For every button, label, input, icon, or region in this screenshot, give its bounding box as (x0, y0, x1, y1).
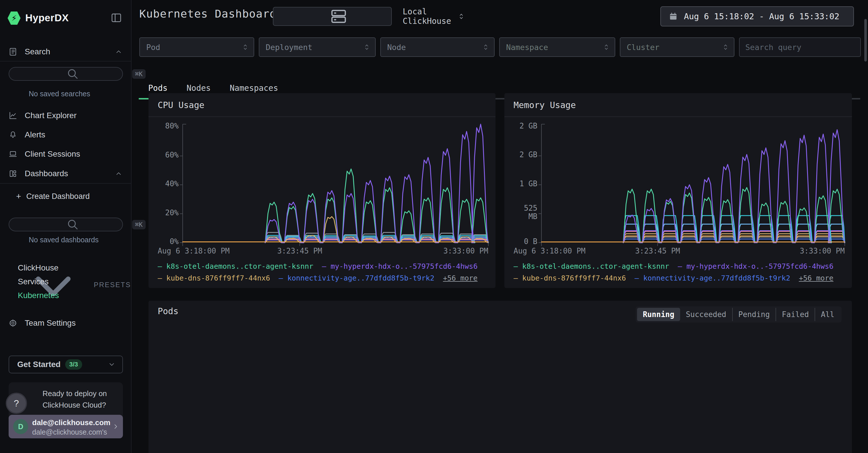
search-icon (16, 218, 129, 231)
shortcut-badge: ⌘K (132, 220, 146, 229)
x-axis-tick-label: Aug 6 3:18:00 PM (158, 247, 229, 255)
sidebar: ⚡ HyperDX Search ⌘K No saved searches (0, 0, 131, 453)
help-button[interactable]: ? (6, 393, 27, 414)
sidebar-item-client-sessions[interactable]: Client Sessions (0, 145, 131, 163)
status-filter-failed[interactable]: Failed (776, 308, 814, 321)
select-chevrons-icon (602, 43, 610, 52)
x-axis-tick-label: 3:33:00 PM (800, 247, 845, 255)
no-saved-searches-note: No saved searches (29, 90, 90, 98)
x-axis-tick-label: 3:23:45 PM (277, 247, 322, 255)
chevron-up-icon[interactable] (115, 170, 122, 177)
sidebar-preset-kubernetes[interactable]: Kubernetes (18, 291, 59, 300)
filter-select-pod[interactable]: Pod (139, 37, 254, 57)
brand-row: ⚡ HyperDX (0, 0, 131, 36)
legend-item[interactable]: — konnectivity-age..77dfdd8f5b-t9rk2 (634, 274, 790, 282)
status-filter-pending[interactable]: Pending (732, 308, 776, 321)
y-axis-tick-label: 40% (149, 180, 179, 188)
chevron-up-icon[interactable] (115, 48, 122, 55)
time-range-value: Aug 6 15:18:02 - Aug 6 15:33:02 (684, 11, 839, 21)
cpu-usage-title: CPU Usage (158, 93, 205, 117)
scrollbar-thumb[interactable] (864, 19, 867, 61)
y-axis-tick-label: 60% (149, 151, 179, 159)
filter-placeholder: Cluster (627, 43, 659, 52)
chart-plot (179, 123, 490, 247)
y-axis-tick-label: 1 GB (504, 180, 537, 188)
filter-placeholder: Namespace (506, 43, 548, 52)
select-chevrons-icon (363, 43, 371, 52)
search-query-box (739, 37, 861, 57)
legend-item[interactable]: — k8s-otel-daemons..ctor-agent-ksnnr (158, 262, 313, 271)
source-select[interactable]: Local ClickHouse (273, 7, 392, 26)
y-axis-tick-label: 525 MB (504, 204, 537, 221)
no-saved-dashboards-note: No saved dashboards (29, 236, 98, 244)
chart-icon (9, 111, 17, 120)
legend-item[interactable]: — my-hyperdx-hdx-o..-57975fcd6-4hws6 (678, 262, 834, 271)
y-axis-tick-label: 2 GB (504, 122, 537, 130)
sidebar-item-label: Search (25, 47, 50, 56)
saved-dashboards-input[interactable]: ⌘K (9, 218, 123, 231)
sidebar-item-label: Client Sessions (25, 149, 80, 159)
get-started-button[interactable]: Get Started 3/3 (9, 356, 123, 373)
plus-icon: + (16, 192, 21, 201)
status-filter-succeeded[interactable]: Succeeded (680, 308, 732, 321)
memory-usage-card: Memory Usage 2 GB2 GB1 GB525 MB0 BAug 6 … (504, 93, 852, 288)
select-chevrons-icon (451, 12, 459, 21)
sidebar-preset-clickhouse[interactable]: ClickHouse (18, 263, 59, 273)
legend-item[interactable]: — my-hyperdx-hdx-o..-57975fcd6-4hws6 (322, 262, 478, 271)
laptop-icon (9, 150, 17, 159)
y-axis-tick-label: 2 GB (504, 151, 537, 159)
gear-icon (9, 319, 17, 328)
card-header: Memory Usage (504, 93, 852, 117)
y-axis-tick-label: 0% (149, 237, 179, 246)
status-filter-group: Running Succeeded Pending Failed All (636, 306, 842, 322)
legend-item[interactable]: — konnectivity-age..77dfdd8f5b-t9rk2 (279, 274, 434, 282)
user-menu[interactable]: D dale@clickhouse.com dale@clickhouse.co… (9, 415, 123, 438)
legend-more-link[interactable]: +56 more (443, 274, 477, 282)
filter-select-node[interactable]: Node (380, 37, 495, 57)
status-filter-all[interactable]: All (814, 308, 840, 321)
sidebar-item-label: Team Settings (25, 318, 75, 328)
filter-select-deployment[interactable]: Deployment (259, 37, 376, 57)
filter-select-cluster[interactable]: Cluster (620, 37, 735, 57)
x-axis-tick-label: 3:33:00 PM (443, 247, 488, 255)
search-icon (16, 67, 129, 80)
create-dashboard-label: Create Dashboard (26, 192, 90, 201)
chart-plot (537, 123, 846, 247)
collapse-sidebar-icon[interactable] (110, 12, 122, 24)
status-filter-running[interactable]: Running (637, 308, 680, 321)
y-axis-tick-label: 0 B (504, 237, 537, 246)
sidebar-preset-services[interactable]: Services (18, 277, 49, 286)
filter-placeholder: Pod (146, 43, 160, 52)
legend-item[interactable]: — kube-dns-876ff9ff7-44nx6 (514, 274, 626, 282)
legend-more-link[interactable]: +56 more (799, 274, 833, 282)
sidebar-item-dashboards[interactable]: Dashboards (0, 164, 131, 184)
legend-item[interactable]: — k8s-otel-daemons..ctor-agent-ksnnr (514, 262, 669, 271)
get-started-label: Get Started (17, 360, 61, 369)
filter-select-namespace[interactable]: Namespace (499, 37, 615, 57)
hyperdx-logo-icon: ⚡ (7, 11, 21, 25)
filter-placeholder: Deployment (266, 43, 312, 52)
pods-title: Pods (158, 301, 178, 322)
time-range-picker[interactable]: Aug 6 15:18:02 - Aug 6 15:33:02 (660, 6, 854, 26)
filter-placeholder: Node (387, 43, 406, 52)
page-title: Kubernetes Dashboard (139, 7, 277, 20)
card-header: CPU Usage (149, 93, 495, 117)
x-axis-tick-label: Aug 6 3:18:00 PM (514, 247, 585, 255)
app-root: ⚡ HyperDX Search ⌘K No saved searches (0, 0, 868, 453)
select-chevrons-icon (482, 43, 490, 52)
select-chevrons-icon (242, 43, 249, 52)
sidebar-item-search[interactable]: Search (0, 43, 131, 61)
create-dashboard-button[interactable]: + Create Dashboard (0, 188, 131, 205)
chart-legend: — k8s-otel-daemons..ctor-agent-ksnnr— my… (514, 262, 841, 282)
sidebar-item-team-settings[interactable]: Team Settings (0, 314, 131, 332)
legend-item[interactable]: — kube-dns-876ff9ff7-44nx6 (158, 274, 270, 282)
promo-line1: Ready to deploy on (42, 389, 107, 398)
saved-searches-input[interactable]: ⌘K (9, 67, 123, 81)
user-subtext: dale@clickhouse.com's (32, 428, 107, 436)
sidebar-item-chart-explorer[interactable]: Chart Explorer (0, 106, 131, 125)
search-query-input[interactable] (745, 43, 855, 52)
user-email: dale@clickhouse.com (32, 418, 110, 427)
presets-label: PRESETS (94, 281, 131, 289)
sidebar-item-alerts[interactable]: Alerts (0, 125, 131, 144)
memory-usage-title: Memory Usage (514, 93, 576, 117)
